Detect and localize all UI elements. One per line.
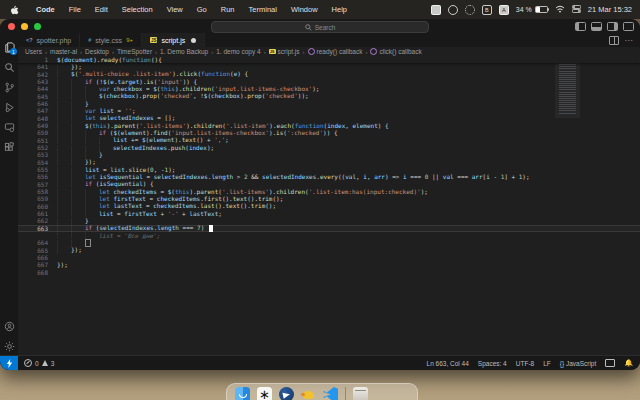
apple-menu-icon[interactable] (10, 4, 19, 15)
menu-window[interactable]: Window (284, 5, 325, 14)
breadcrumb-item[interactable]: JSscript.js (269, 48, 300, 55)
code-line-665: 665}); (18, 247, 640, 254)
remote-indicator[interactable] (0, 356, 18, 370)
settings-gear-icon[interactable] (0, 336, 18, 356)
vscode-dock-icon[interactable] (323, 387, 338, 400)
zoom-window-button[interactable] (34, 23, 41, 30)
code-line-666: 666 (18, 254, 640, 261)
status-ln-663-col-44[interactable]: Ln 663, Col 44 (427, 360, 469, 367)
menu-run[interactable]: Run (214, 5, 242, 14)
breadcrumb-item[interactable]: click() callback (370, 48, 421, 55)
input-source-b-icon[interactable]: B (482, 5, 492, 15)
cyberduck-dock-icon[interactable] (301, 387, 316, 400)
tab-spotter.php[interactable]: <?spotter.php (18, 33, 80, 47)
vscode-window: ← → Search 1 (0, 19, 640, 370)
feedback-icon[interactable] (605, 359, 615, 367)
breadcrumb-item[interactable]: 1. Demo Backup (160, 48, 208, 55)
symbol-method-icon (308, 48, 315, 55)
toggle-panel-icon[interactable] (591, 22, 602, 31)
toggle-secondary-sidebar-icon[interactable] (607, 22, 618, 31)
menu-go[interactable]: Go (190, 5, 214, 14)
menu-terminal[interactable]: Terminal (242, 5, 284, 14)
tab-label: spotter.php (37, 37, 72, 44)
control-center-icon[interactable] (572, 5, 581, 15)
code-editor[interactable]: 1$(document).ready(function(){ 641});642… (18, 56, 640, 356)
close-window-button[interactable] (8, 23, 15, 30)
remote-bolt-icon (6, 359, 13, 368)
code-line-668: 668 (18, 269, 640, 276)
code-line-664: 664 (18, 239, 640, 246)
accounts-icon[interactable] (0, 316, 18, 336)
input-source-a-icon[interactable]: A (499, 5, 509, 15)
finder-dock-icon[interactable] (235, 387, 250, 400)
extensions-icon[interactable] (0, 137, 18, 157)
desktop: { "colors":{"accent":"#0078d4","warning_… (0, 0, 640, 400)
code-line-653: 653} (18, 151, 640, 158)
telegram-dock-icon[interactable] (279, 387, 294, 400)
status-lf[interactable]: LF (543, 360, 551, 367)
explorer-badge: 1 (10, 48, 17, 55)
breadcrumb-item[interactable]: master-al (50, 48, 77, 55)
menubar-app-icon-2[interactable] (448, 5, 458, 15)
breadcrumb-separator: › (155, 49, 157, 55)
trash-dock-icon[interactable] (353, 387, 368, 400)
minimize-window-button[interactable] (21, 23, 28, 30)
status-spaces-4[interactable]: Spaces: 4 (478, 360, 507, 367)
notifications-bell-icon[interactable]: 🔔 (624, 359, 633, 367)
menu-view[interactable]: View (160, 5, 190, 14)
menubar-app-icon-3[interactable] (465, 5, 475, 15)
menubar-status: B A 34 % 21 Mar 15:32 (431, 5, 640, 15)
status--javascript[interactable]: {} JavaScript (560, 360, 597, 367)
breadcrumb-separator: › (112, 49, 114, 55)
editor-more-actions-icon[interactable]: ⋯ (625, 36, 634, 45)
minimap[interactable] (559, 58, 576, 114)
menubar-app-icon-1[interactable] (431, 5, 441, 15)
command-center-search[interactable]: Search (211, 21, 429, 33)
menu-edit[interactable]: Edit (88, 5, 115, 14)
search-view-icon[interactable] (0, 57, 18, 77)
tab-style.css[interactable]: #style.css9+ (80, 33, 142, 47)
toggle-primary-sidebar-icon[interactable] (575, 22, 586, 31)
explorer-icon[interactable]: 1 (0, 37, 18, 57)
customize-layout-icon[interactable] (623, 22, 634, 31)
problems-summary[interactable]: 0 3 (18, 359, 60, 367)
menu-help[interactable]: Help (325, 5, 354, 14)
js-file-icon: JS (269, 49, 276, 54)
code-line-645: 645$(checkbox).prop('checked', !$(checkb… (18, 93, 640, 100)
modified-dot-icon[interactable] (191, 38, 196, 43)
symbol-method-icon (370, 48, 377, 55)
tab-strip: <?spotter.php#style.css9+JSscript.js (18, 33, 205, 47)
menu-file[interactable]: File (62, 5, 88, 14)
code-line-ghost: list = 'Все дни'; (18, 232, 640, 239)
breadcrumb-item[interactable]: 1. demo copy 4 (216, 48, 260, 55)
split-editor-icon[interactable] (609, 36, 619, 45)
breadcrumb-item[interactable]: ready() callback (308, 48, 363, 55)
menubar-clock[interactable]: 21 Mar 15:32 (588, 5, 632, 14)
battery-indicator[interactable]: 34 % (516, 6, 548, 14)
js-file-icon: JS (150, 37, 158, 43)
menu-code[interactable]: Code (29, 5, 62, 14)
tab-script.js[interactable]: JSscript.js (142, 33, 205, 47)
breadcrumb-item[interactable]: TimeSpotter (117, 48, 152, 55)
breadcrumb-item[interactable]: Desktop (85, 48, 109, 55)
chatgpt-dock-icon[interactable]: ∗ (257, 387, 272, 400)
css-file-icon: # (88, 37, 91, 43)
window-titlebar[interactable]: ← → Search (0, 19, 640, 33)
menu-selection[interactable]: Selection (115, 5, 160, 14)
breadcrumb-item[interactable]: Users (25, 48, 42, 55)
tab-bar: <?spotter.php#style.css9+JSscript.js ⋯ (18, 33, 640, 47)
activity-bar: 1 (0, 33, 18, 356)
breadcrumb-separator: › (303, 49, 305, 55)
remote-explorer-icon[interactable] (0, 117, 18, 137)
run-and-debug-icon[interactable] (0, 97, 18, 117)
warnings-count: 3 (51, 360, 55, 367)
battery-percent: 34 % (516, 6, 532, 13)
macos-dock: ∗ (226, 383, 418, 400)
breadcrumb-separator: › (45, 49, 47, 55)
source-control-icon[interactable] (0, 77, 18, 97)
text-cursor (209, 225, 213, 232)
status-utf-8[interactable]: UTF-8 (516, 360, 534, 367)
wifi-icon[interactable] (555, 5, 565, 15)
macos-menubar: CodeFileEditSelectionViewGoRunTerminalWi… (0, 0, 640, 19)
tab-problems-badge: 9+ (126, 37, 133, 43)
